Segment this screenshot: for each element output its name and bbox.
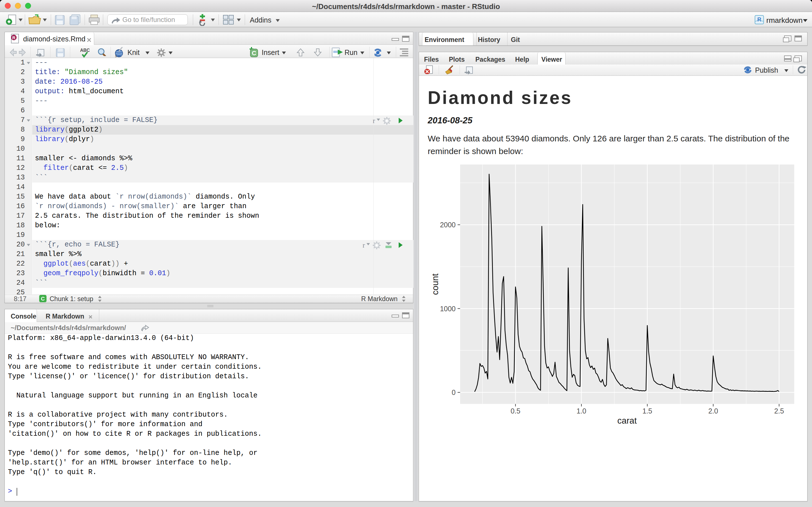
svg-text:1.5: 1.5 [642, 407, 652, 415]
svg-text:ABC: ABC [80, 48, 90, 53]
svg-text:0: 0 [452, 388, 456, 396]
svg-text:1.0: 1.0 [576, 407, 587, 415]
svg-text:2.5: 2.5 [774, 407, 784, 415]
svg-text:s: s [115, 54, 117, 58]
svg-text:1000: 1000 [440, 305, 456, 313]
svg-text:2000: 2000 [440, 221, 456, 229]
svg-text:carat: carat [617, 416, 637, 426]
svg-text:0.5: 0.5 [511, 407, 520, 415]
svg-text:2.0: 2.0 [708, 407, 718, 415]
svg-text:count: count [430, 274, 440, 295]
svg-text:R: R [12, 35, 15, 40]
svg-text:R: R [757, 16, 761, 22]
svg-text:C: C [41, 296, 45, 302]
svg-text:C: C [252, 50, 256, 57]
